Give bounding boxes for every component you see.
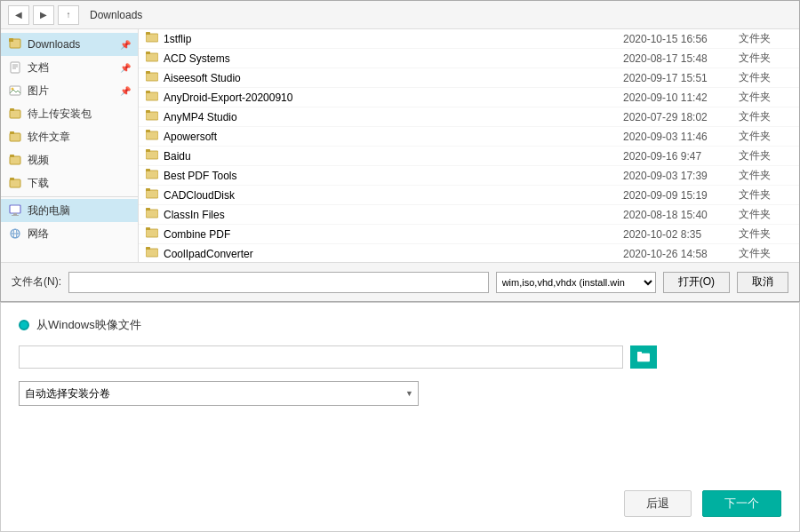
sidebar-item-download2[interactable]: 下载: [1, 171, 138, 195]
svg-rect-36: [146, 171, 158, 179]
svg-rect-23: [146, 32, 150, 35]
svg-rect-10: [10, 133, 20, 141]
folder-icon: [146, 110, 160, 124]
svg-rect-12: [10, 156, 20, 164]
next-button[interactable]: 下一个: [702, 490, 781, 517]
folder-icon: [146, 52, 160, 66]
sidebar-label-pictures: 图片: [28, 83, 49, 99]
sidebar-item-network[interactable]: 网络: [1, 222, 138, 245]
path-input-row: [19, 345, 781, 369]
panel-title-row: 从Windows映像文件: [19, 317, 781, 333]
sidebar-label-download2: 下载: [28, 176, 49, 191]
table-row[interactable]: CADCloudDisk 2020-09-09 15:19 文件夹: [139, 186, 799, 205]
back-button[interactable]: 后退: [624, 490, 692, 517]
svg-rect-13: [10, 155, 14, 157]
svg-rect-38: [146, 190, 158, 198]
svg-rect-35: [146, 149, 150, 152]
download-icon: [8, 37, 22, 52]
file-open-dialog: ◀ ▶ ↑ Downloads Downloads 📌 文档 📌: [0, 0, 800, 302]
sidebar-item-video[interactable]: 视频: [1, 148, 138, 171]
dialog-toolbar: ◀ ▶ ↑ Downloads: [1, 1, 799, 29]
svg-rect-14: [10, 179, 20, 187]
folder-icon: [146, 130, 160, 144]
sidebar-label-video: 视频: [28, 153, 49, 168]
computer-icon: [8, 203, 22, 218]
svg-rect-44: [146, 249, 158, 257]
lower-panel: 从Windows映像文件 自动选择安装分卷 后退 下一个: [0, 302, 800, 532]
sidebar-item-mypc[interactable]: 我的电脑: [1, 199, 138, 222]
dialog-footer: 文件名(N): wim,iso,vhd,vhdx (install.win 打开…: [1, 262, 799, 301]
sidebar-label-software: 软件文章: [28, 130, 70, 145]
svg-rect-15: [10, 178, 14, 180]
sidebar-item-pending[interactable]: 待上传安装包: [1, 102, 138, 125]
panel-title: 从Windows映像文件: [36, 317, 141, 333]
table-row[interactable]: Apowersoft 2020-09-03 11:46 文件夹: [139, 127, 799, 147]
current-path: Downloads: [90, 9, 142, 21]
bottom-buttons: 后退 下一个: [19, 481, 781, 517]
sidebar-label-network: 网络: [28, 226, 49, 242]
svg-rect-25: [146, 52, 150, 54]
table-row[interactable]: Aiseesoft Studio 2020-09-17 15:51 文件夹: [139, 68, 799, 88]
table-row[interactable]: 1stflip 2020-10-15 16:56 文件夹: [139, 29, 799, 49]
table-row[interactable]: Best PDF Tools 2020-09-03 17:39 文件夹: [139, 166, 799, 186]
radio-button-windows-image[interactable]: [19, 320, 29, 330]
pin-icon-pictures: 📌: [120, 86, 131, 96]
svg-rect-31: [146, 110, 150, 113]
svg-rect-22: [146, 34, 158, 42]
svg-rect-24: [146, 53, 158, 61]
svg-rect-39: [146, 188, 150, 191]
open-button[interactable]: 打开(O): [663, 272, 730, 293]
table-row[interactable]: ACD Systems 2020-08-17 15:48 文件夹: [139, 49, 799, 68]
up-button[interactable]: ↑: [58, 5, 79, 25]
filename-input[interactable]: [68, 272, 489, 293]
svg-rect-6: [10, 86, 20, 95]
table-row[interactable]: ClassIn Files 2020-08-18 15:40 文件夹: [139, 205, 799, 225]
table-row[interactable]: Baidu 2020-09-16 9:47 文件夹: [139, 147, 799, 166]
svg-rect-42: [146, 229, 158, 237]
svg-rect-37: [146, 169, 150, 171]
sidebar-item-downloads[interactable]: Downloads 📌: [1, 33, 138, 56]
document-icon: [8, 60, 22, 75]
folder-icon: [146, 149, 160, 163]
network-icon: [8, 226, 22, 241]
table-row[interactable]: AnyDroid-Export-20200910 2020-09-10 11:4…: [139, 88, 799, 107]
cancel-button[interactable]: 取消: [737, 272, 788, 293]
partition-select[interactable]: 自动选择安装分卷: [19, 381, 419, 406]
file-list: 1stflip 2020-10-15 16:56 文件夹 ACD Systems…: [139, 29, 799, 262]
svg-rect-2: [11, 62, 20, 73]
svg-rect-41: [146, 208, 150, 210]
svg-rect-45: [146, 247, 150, 250]
dialog-body: Downloads 📌 文档 📌 图片 📌: [1, 29, 799, 262]
image-path-input[interactable]: [19, 345, 623, 369]
svg-rect-30: [146, 112, 158, 120]
filetype-select[interactable]: wim,iso,vhd,vhdx (install.win: [496, 272, 656, 293]
svg-rect-26: [146, 73, 158, 81]
folder-icon-download2: [8, 176, 22, 190]
folder-icon: [146, 188, 160, 202]
table-row[interactable]: Combine PDF 2020-10-02 8:35 文件夹: [139, 225, 799, 244]
back-button[interactable]: ◀: [8, 5, 29, 25]
pin-icon-downloads: 📌: [120, 40, 131, 50]
folder-icon: [146, 91, 160, 105]
browse-folder-button[interactable]: [630, 345, 657, 369]
sidebar-item-documents[interactable]: 文档 📌: [1, 56, 138, 79]
folder-icon: [146, 227, 160, 242]
svg-rect-18: [12, 215, 19, 216]
sidebar-divider: [1, 196, 138, 197]
folder-icon: [146, 71, 160, 85]
sidebar-item-software[interactable]: 软件文章: [1, 125, 138, 148]
svg-rect-9: [10, 108, 14, 111]
svg-rect-34: [146, 151, 158, 159]
svg-rect-28: [146, 92, 158, 100]
svg-rect-27: [146, 71, 150, 74]
folder-icon: [146, 169, 160, 183]
table-row[interactable]: AnyMP4 Studio 2020-07-29 18:02 文件夹: [139, 107, 799, 127]
svg-rect-50: [637, 353, 650, 361]
sidebar-label-downloads: Downloads: [28, 38, 80, 51]
partition-select-wrapper: 自动选择安装分卷: [19, 381, 419, 406]
sidebar-item-pictures[interactable]: 图片 📌: [1, 79, 138, 102]
table-row[interactable]: CoolIpadConverter 2020-10-26 14:58 文件夹: [139, 244, 799, 262]
forward-button[interactable]: ▶: [33, 5, 54, 25]
sidebar-label-mypc: 我的电脑: [28, 203, 70, 218]
sidebar-label-pending: 待上传安装包: [28, 107, 92, 122]
